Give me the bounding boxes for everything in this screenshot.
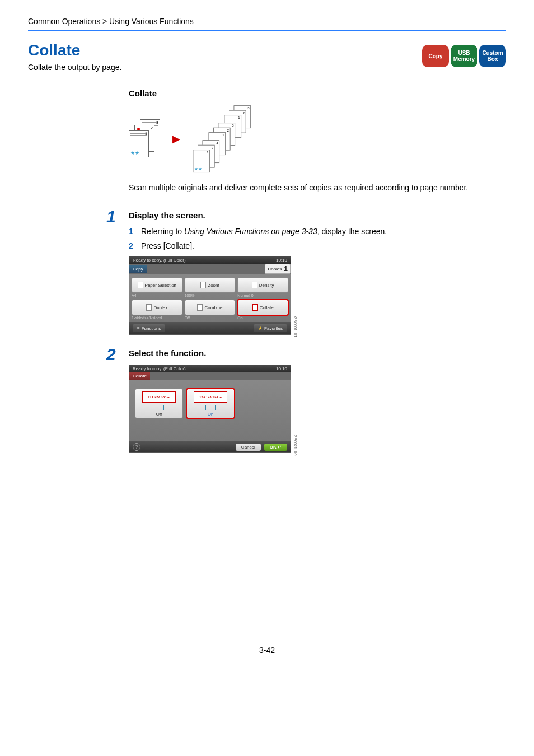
page-number: 3-42 (28, 646, 506, 655)
combine-icon (197, 304, 203, 311)
help-icon[interactable]: ? (133, 443, 140, 451)
breadcrumb: Common Operations > Using Various Functi… (28, 17, 506, 31)
panel-tab-collate[interactable]: Collate (129, 372, 150, 380)
substep-1-1: 1 Referring to Using Various Functions o… (129, 227, 487, 236)
collate-description: Scan multiple originals and deliver comp… (129, 182, 487, 194)
functions-button[interactable]: ≡Functions (133, 324, 165, 332)
page-subtitle: Collate the output by page. (28, 63, 121, 72)
screenshot-id: GB0001_01 (293, 316, 297, 337)
ok-button[interactable]: OK ↵ (264, 444, 287, 451)
arrow-right-icon: ▶ (172, 133, 180, 145)
paper-selection-value: A4 (132, 293, 182, 297)
collate-button[interactable]: Collate (237, 300, 288, 315)
badge-copy: Copy (422, 45, 449, 67)
copies-counter[interactable]: Copies 1 (265, 264, 291, 274)
step-number-1: 1 (106, 207, 116, 226)
collate-off-option[interactable]: 111 222 333 ··· Off (135, 389, 183, 418)
copy-screen-panel: Ready to copy. (Full Color) 10:10 Copy C… (129, 256, 291, 335)
badge-usb-memory: USB Memory (451, 45, 477, 67)
collate-on-icon: 123 123 123 ··· (194, 391, 227, 403)
panel2-time: 10:10 (276, 366, 287, 371)
mode-badges: Copy USB Memory Custom Box (422, 45, 506, 67)
tray-icon (154, 405, 164, 410)
collate-diagram: 3 2 1★★ ▶ 3 2 1★ 3 2 1★ 3 2 1★★ (129, 102, 487, 175)
zoom-icon (200, 282, 206, 288)
zoom-button[interactable]: Zoom (185, 277, 236, 293)
substep-1-2: 2 Press [Collate]. (129, 241, 487, 250)
step-1-title: Display the screen. (129, 211, 487, 220)
collate-off-label: Off (156, 412, 162, 417)
paper-icon (138, 282, 143, 288)
density-icon (252, 282, 257, 288)
output-stacks: 3 2 1★ 3 2 1★ 3 2 1★★ (190, 102, 257, 175)
collate-icon (252, 304, 258, 311)
star-icon: ★ (258, 325, 263, 331)
zoom-value: 100% (185, 293, 236, 297)
badge-custom-box: Custom Box (479, 45, 506, 67)
tray-icon (205, 405, 216, 410)
step-number-2: 2 (106, 345, 116, 364)
panel2-status: Ready to copy. (Full Color) (133, 366, 186, 371)
duplex-icon (146, 304, 152, 311)
density-button[interactable]: Density (237, 277, 288, 293)
collate-value: On (237, 316, 288, 320)
cancel-button[interactable]: Cancel (236, 444, 261, 451)
panel-tab-copy[interactable]: Copy (129, 265, 147, 273)
collate-heading: Collate (129, 88, 487, 98)
collate-off-icon: 111 222 333 ··· (142, 391, 176, 403)
collate-screen-panel: Ready to copy. (Full Color) 10:10 Collat… (129, 365, 291, 453)
paper-selection-button[interactable]: Paper Selection (132, 277, 182, 293)
screenshot-id-2: GB0021_00 (293, 435, 297, 455)
density-value: Normal 0 (237, 293, 288, 297)
source-stack: 3 2 1★★ (129, 119, 162, 158)
cross-reference-link[interactable]: Using Various Functions on page 3-33 (184, 227, 317, 236)
favorites-button[interactable]: ★Favorites (254, 324, 287, 332)
page-title: Collate (28, 41, 121, 59)
collate-on-label: On (208, 412, 214, 417)
panel-time: 10:10 (276, 258, 287, 263)
combine-button[interactable]: Combine (185, 300, 236, 315)
collate-on-option[interactable]: 123 123 123 ··· On (186, 389, 235, 418)
enter-icon: ↵ (278, 445, 282, 450)
combine-value: Off (185, 316, 236, 320)
list-icon: ≡ (137, 326, 140, 331)
duplex-button[interactable]: Duplex (132, 300, 182, 315)
panel-status: Ready to copy. (Full Color) (133, 258, 186, 263)
duplex-value: 1-sided>>1-sided (132, 316, 182, 320)
step-2-title: Select the function. (129, 348, 487, 358)
